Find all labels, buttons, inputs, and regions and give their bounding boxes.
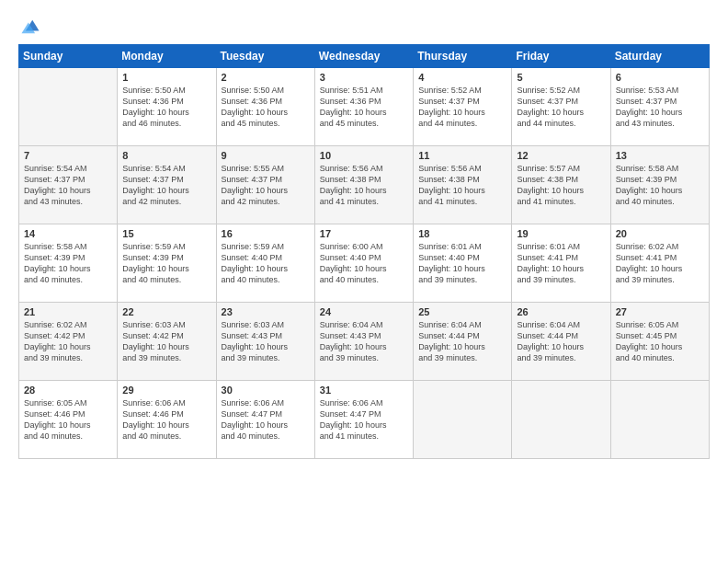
day-info: Sunrise: 5:52 AM Sunset: 4:37 PM Dayligh… xyxy=(517,85,605,130)
day-info: Sunrise: 5:55 AM Sunset: 4:37 PM Dayligh… xyxy=(222,163,310,208)
day-number: 9 xyxy=(222,150,310,161)
day-info: Sunrise: 5:56 AM Sunset: 4:38 PM Dayligh… xyxy=(320,163,408,208)
day-info: Sunrise: 5:59 AM Sunset: 4:39 PM Dayligh… xyxy=(122,241,210,286)
calendar-cell: 18Sunrise: 6:01 AM Sunset: 4:40 PM Dayli… xyxy=(414,224,512,303)
day-number: 13 xyxy=(616,150,704,161)
calendar-cell: 3Sunrise: 5:51 AM Sunset: 4:36 PM Daylig… xyxy=(314,68,413,146)
day-info: Sunrise: 5:52 AM Sunset: 4:37 PM Dayligh… xyxy=(418,85,506,130)
day-number: 8 xyxy=(122,150,210,161)
calendar-cell: 16Sunrise: 5:59 AM Sunset: 4:40 PM Dayli… xyxy=(216,224,314,303)
day-info: Sunrise: 6:00 AM Sunset: 4:40 PM Dayligh… xyxy=(320,241,408,286)
day-info: Sunrise: 6:03 AM Sunset: 4:43 PM Dayligh… xyxy=(222,319,310,364)
calendar-cell: 19Sunrise: 6:01 AM Sunset: 4:41 PM Dayli… xyxy=(512,224,610,303)
day-number: 22 xyxy=(122,306,210,317)
day-info: Sunrise: 6:03 AM Sunset: 4:42 PM Dayligh… xyxy=(122,319,210,364)
calendar-cell: 29Sunrise: 6:06 AM Sunset: 4:46 PM Dayli… xyxy=(118,381,216,459)
header-saturday: Saturday xyxy=(610,45,709,68)
calendar-cell: 26Sunrise: 6:04 AM Sunset: 4:44 PM Dayli… xyxy=(512,303,610,381)
calendar-cell: 8Sunrise: 5:54 AM Sunset: 4:37 PM Daylig… xyxy=(118,146,216,224)
day-number: 16 xyxy=(222,228,310,239)
day-info: Sunrise: 5:50 AM Sunset: 4:36 PM Dayligh… xyxy=(122,85,210,130)
calendar-cell: 17Sunrise: 6:00 AM Sunset: 4:40 PM Dayli… xyxy=(314,224,413,303)
day-number: 27 xyxy=(616,306,704,317)
calendar-table: SundayMondayTuesdayWednesdayThursdayFrid… xyxy=(18,44,710,459)
day-info: Sunrise: 5:50 AM Sunset: 4:36 PM Dayligh… xyxy=(222,85,310,130)
calendar-cell: 9Sunrise: 5:55 AM Sunset: 4:37 PM Daylig… xyxy=(216,146,314,224)
day-info: Sunrise: 6:06 AM Sunset: 4:47 PM Dayligh… xyxy=(320,397,408,442)
day-number: 23 xyxy=(222,306,310,317)
week-row-1: 1Sunrise: 5:50 AM Sunset: 4:36 PM Daylig… xyxy=(19,68,710,146)
day-number: 31 xyxy=(320,385,408,396)
calendar-cell: 24Sunrise: 6:04 AM Sunset: 4:43 PM Dayli… xyxy=(314,303,413,381)
day-info: Sunrise: 6:04 AM Sunset: 4:44 PM Dayligh… xyxy=(517,319,605,364)
day-info: Sunrise: 6:05 AM Sunset: 4:45 PM Dayligh… xyxy=(616,319,704,364)
day-number: 17 xyxy=(320,228,408,239)
day-number: 18 xyxy=(418,228,506,239)
day-info: Sunrise: 6:05 AM Sunset: 4:46 PM Dayligh… xyxy=(24,397,112,442)
day-number: 25 xyxy=(418,306,506,317)
day-number: 6 xyxy=(616,72,704,83)
calendar-cell xyxy=(512,381,610,459)
calendar-cell: 11Sunrise: 5:56 AM Sunset: 4:38 PM Dayli… xyxy=(414,146,512,224)
day-info: Sunrise: 6:01 AM Sunset: 4:41 PM Dayligh… xyxy=(517,241,605,286)
calendar-cell: 2Sunrise: 5:50 AM Sunset: 4:36 PM Daylig… xyxy=(216,68,314,146)
day-info: Sunrise: 5:59 AM Sunset: 4:40 PM Dayligh… xyxy=(222,241,310,286)
day-info: Sunrise: 5:54 AM Sunset: 4:37 PM Dayligh… xyxy=(122,163,210,208)
calendar-cell: 23Sunrise: 6:03 AM Sunset: 4:43 PM Dayli… xyxy=(216,303,314,381)
day-number: 15 xyxy=(122,228,210,239)
day-number: 28 xyxy=(24,385,112,396)
day-info: Sunrise: 5:54 AM Sunset: 4:37 PM Dayligh… xyxy=(24,163,112,208)
header-thursday: Thursday xyxy=(414,45,512,68)
calendar-cell: 21Sunrise: 6:02 AM Sunset: 4:42 PM Dayli… xyxy=(19,303,118,381)
day-number: 21 xyxy=(24,306,112,317)
day-info: Sunrise: 5:58 AM Sunset: 4:39 PM Dayligh… xyxy=(616,163,704,208)
calendar-cell: 25Sunrise: 6:04 AM Sunset: 4:44 PM Dayli… xyxy=(414,303,512,381)
calendar-cell: 4Sunrise: 5:52 AM Sunset: 4:37 PM Daylig… xyxy=(414,68,512,146)
day-number: 20 xyxy=(616,228,704,239)
header-sunday: Sunday xyxy=(19,45,118,68)
calendar-cell xyxy=(610,381,709,459)
calendar-cell: 31Sunrise: 6:06 AM Sunset: 4:47 PM Dayli… xyxy=(314,381,413,459)
calendar-cell: 1Sunrise: 5:50 AM Sunset: 4:36 PM Daylig… xyxy=(118,68,216,146)
week-row-4: 21Sunrise: 6:02 AM Sunset: 4:42 PM Dayli… xyxy=(19,303,710,381)
day-info: Sunrise: 6:02 AM Sunset: 4:42 PM Dayligh… xyxy=(24,319,112,364)
logo xyxy=(18,17,40,37)
day-number: 24 xyxy=(320,306,408,317)
day-number: 3 xyxy=(320,72,408,83)
header-wednesday: Wednesday xyxy=(314,45,413,68)
day-number: 29 xyxy=(122,385,210,396)
week-row-5: 28Sunrise: 6:05 AM Sunset: 4:46 PM Dayli… xyxy=(19,381,710,459)
calendar-cell: 27Sunrise: 6:05 AM Sunset: 4:45 PM Dayli… xyxy=(610,303,709,381)
week-row-3: 14Sunrise: 5:58 AM Sunset: 4:39 PM Dayli… xyxy=(19,224,710,303)
week-row-2: 7Sunrise: 5:54 AM Sunset: 4:37 PM Daylig… xyxy=(19,146,710,224)
calendar-cell: 7Sunrise: 5:54 AM Sunset: 4:37 PM Daylig… xyxy=(19,146,118,224)
day-number: 5 xyxy=(517,72,605,83)
day-number: 14 xyxy=(24,228,112,239)
header-friday: Friday xyxy=(512,45,610,68)
day-number: 4 xyxy=(418,72,506,83)
calendar-cell: 5Sunrise: 5:52 AM Sunset: 4:37 PM Daylig… xyxy=(512,68,610,146)
header xyxy=(18,17,710,37)
header-tuesday: Tuesday xyxy=(216,45,314,68)
calendar-cell xyxy=(414,381,512,459)
calendar-cell: 13Sunrise: 5:58 AM Sunset: 4:39 PM Dayli… xyxy=(610,146,709,224)
day-info: Sunrise: 6:06 AM Sunset: 4:47 PM Dayligh… xyxy=(222,397,310,442)
day-number: 30 xyxy=(222,385,310,396)
day-info: Sunrise: 6:06 AM Sunset: 4:46 PM Dayligh… xyxy=(122,397,210,442)
calendar-cell: 12Sunrise: 5:57 AM Sunset: 4:38 PM Dayli… xyxy=(512,146,610,224)
logo-icon xyxy=(20,17,40,37)
day-number: 11 xyxy=(418,150,506,161)
calendar-page: SundayMondayTuesdayWednesdayThursdayFrid… xyxy=(0,0,728,563)
day-number: 12 xyxy=(517,150,605,161)
calendar-cell: 20Sunrise: 6:02 AM Sunset: 4:41 PM Dayli… xyxy=(610,224,709,303)
calendar-cell: 15Sunrise: 5:59 AM Sunset: 4:39 PM Dayli… xyxy=(118,224,216,303)
calendar-cell: 14Sunrise: 5:58 AM Sunset: 4:39 PM Dayli… xyxy=(19,224,118,303)
day-info: Sunrise: 5:58 AM Sunset: 4:39 PM Dayligh… xyxy=(24,241,112,286)
day-info: Sunrise: 5:53 AM Sunset: 4:37 PM Dayligh… xyxy=(616,85,704,130)
day-info: Sunrise: 5:56 AM Sunset: 4:38 PM Dayligh… xyxy=(418,163,506,208)
day-info: Sunrise: 5:57 AM Sunset: 4:38 PM Dayligh… xyxy=(517,163,605,208)
day-number: 1 xyxy=(122,72,210,83)
calendar-cell: 28Sunrise: 6:05 AM Sunset: 4:46 PM Dayli… xyxy=(19,381,118,459)
calendar-cell xyxy=(19,68,118,146)
day-info: Sunrise: 6:01 AM Sunset: 4:40 PM Dayligh… xyxy=(418,241,506,286)
